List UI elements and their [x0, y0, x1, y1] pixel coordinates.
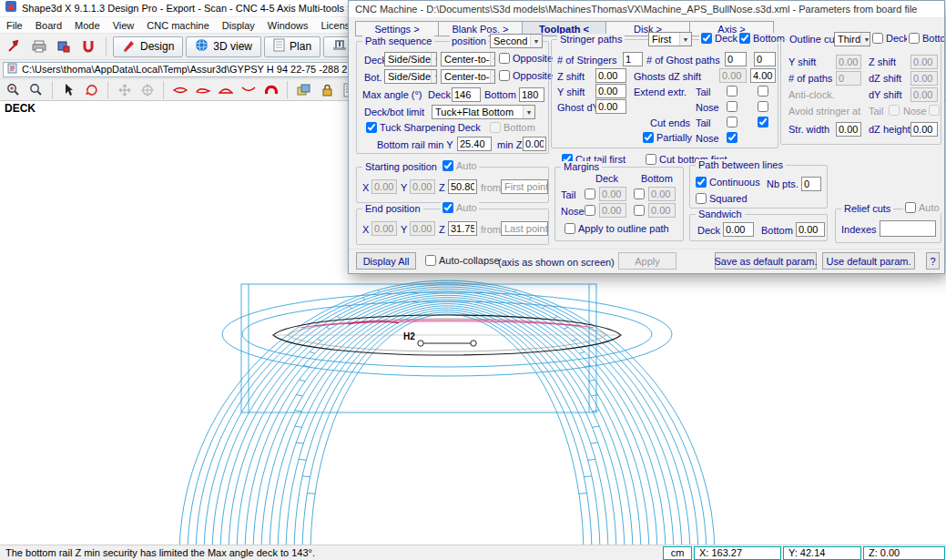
design-button[interactable]: Design	[113, 36, 183, 57]
ghosts-dz-shift-field-2[interactable]	[750, 68, 776, 83]
extend-nose-checkbox-1[interactable]	[727, 101, 737, 112]
outline-z-shift-field[interactable]	[910, 55, 938, 69]
partially-checkbox-input[interactable]	[643, 132, 654, 143]
printer-icon[interactable]	[28, 36, 50, 56]
outline-dy-shift-field[interactable]	[910, 87, 938, 102]
margin-nose-bottom-checkbox[interactable]	[634, 205, 645, 216]
cut-ends-nose-checkbox-1[interactable]	[727, 132, 737, 143]
max-angle-bottom-field[interactable]	[519, 87, 544, 102]
stringer-order-combo[interactable]: First▼	[648, 32, 692, 46]
menu-display[interactable]: Display	[216, 18, 261, 33]
stringer-deck-checkbox-input[interactable]	[701, 33, 712, 44]
squared-checkbox[interactable]: Squared	[696, 193, 748, 204]
relief-auto-checkbox[interactable]: Auto	[903, 202, 941, 213]
select-arrow-icon[interactable]	[58, 81, 79, 99]
deck-direction-combo[interactable]: Center-to-▼	[441, 52, 495, 66]
bottom-opposite-checkbox[interactable]: Opposite	[499, 70, 553, 81]
start-auto-checkbox[interactable]: Auto	[441, 160, 479, 171]
apply-to-outline-path-checkbox-input[interactable]	[565, 223, 575, 234]
start-z-field[interactable]	[448, 179, 477, 194]
outline-dz-shift-field[interactable]	[910, 71, 938, 86]
marker-point-right[interactable]	[471, 341, 476, 346]
ghost-dy-field[interactable]	[595, 99, 626, 114]
menu-cnc-machine[interactable]: CNC machine	[140, 18, 215, 33]
pan-icon[interactable]	[114, 81, 135, 99]
bottom-opposite-checkbox-input[interactable]	[499, 70, 510, 81]
dz-height-field[interactable]	[910, 122, 938, 137]
start-auto-checkbox-input[interactable]	[442, 160, 453, 171]
deck-sequence-combo[interactable]: Side/Side▼	[384, 52, 437, 66]
layers-icon[interactable]	[293, 81, 314, 99]
menu-board[interactable]: Board	[29, 18, 68, 33]
marker-point-left[interactable]	[418, 341, 423, 346]
auto-collapse-checkbox[interactable]: Auto-collapse	[425, 255, 500, 266]
sandwich-deck-field[interactable]	[723, 222, 754, 237]
save-default-param-button[interactable]: Save as default param.	[715, 252, 817, 270]
z-shift-field[interactable]	[595, 68, 626, 83]
start-from-combo[interactable]: First point▼	[501, 179, 548, 194]
tuck-sharpening-deck-checkbox[interactable]: Tuck Sharpening Deck	[366, 122, 481, 133]
tab-settings[interactable]: Settings >	[355, 21, 439, 36]
bottom-sequence-combo[interactable]: Side/Side▼	[384, 69, 437, 84]
str-width-field[interactable]	[836, 122, 861, 137]
outline-order-combo[interactable]: Third▼	[834, 32, 870, 46]
y-shift-field[interactable]	[595, 84, 626, 98]
relief-auto-checkbox-input[interactable]	[905, 202, 916, 213]
avoid-tail-checkbox[interactable]	[889, 105, 900, 116]
stringer-bottom-checkbox-input[interactable]	[739, 33, 750, 44]
cut-ends-tail-checkbox-1[interactable]	[727, 117, 737, 127]
avoid-nose-checkbox[interactable]	[929, 105, 940, 116]
auto-collapse-checkbox-input[interactable]	[425, 255, 436, 266]
squared-checkbox-input[interactable]	[696, 193, 707, 204]
end-x-field[interactable]	[371, 221, 397, 236]
lock-icon[interactable]	[316, 81, 337, 99]
display-all-button[interactable]: Display All	[356, 252, 416, 270]
apply-to-outline-path-checkbox[interactable]: Apply to outline path	[565, 223, 669, 234]
extend-tail-checkbox-1[interactable]	[727, 86, 737, 97]
bottom-rail-min-y-field[interactable]	[457, 137, 492, 151]
extend-nose-checkbox-2[interactable]	[758, 101, 768, 112]
outline-deck-checkbox-input[interactable]	[872, 33, 883, 44]
board-outline-icon[interactable]	[169, 81, 190, 99]
cut-ends-tail-checkbox-2[interactable]	[758, 117, 768, 127]
end-y-field[interactable]	[410, 221, 435, 236]
zoom-window-icon[interactable]	[25, 81, 46, 99]
tuck-sharpening-deck-checkbox-input[interactable]	[366, 122, 377, 133]
menu-view[interactable]: View	[107, 18, 141, 33]
margin-tail-bottom-field[interactable]	[648, 187, 676, 201]
extend-tail-checkbox-2[interactable]	[758, 86, 768, 97]
rotate-icon[interactable]	[81, 81, 102, 99]
zoom-in-icon[interactable]	[3, 81, 24, 99]
margin-tail-deck-checkbox[interactable]	[585, 188, 595, 199]
deck-opposite-checkbox-input[interactable]	[499, 53, 510, 64]
min-z-field[interactable]	[523, 137, 546, 151]
max-angle-deck-field[interactable]	[452, 87, 481, 102]
margin-tail-deck-field[interactable]	[599, 187, 626, 201]
ghost-paths-field-1[interactable]	[725, 52, 747, 66]
nb-pts-field[interactable]	[801, 177, 821, 191]
end-auto-checkbox-input[interactable]	[442, 202, 453, 213]
margin-nose-deck-field[interactable]	[599, 203, 626, 218]
apply-button[interactable]: Apply	[618, 252, 676, 270]
continuous-checkbox[interactable]: Continuous	[696, 177, 760, 188]
rail-angle-icon[interactable]	[260, 81, 281, 99]
margin-tail-bottom-checkbox[interactable]	[634, 188, 645, 199]
deck-opposite-checkbox[interactable]: Opposite	[499, 53, 553, 64]
end-from-combo[interactable]: Last point▼	[501, 221, 548, 236]
continuous-checkbox-input[interactable]	[696, 177, 707, 188]
outline-y-shift-field[interactable]	[836, 55, 861, 69]
deck-bot-limit-combo[interactable]: Tuck+Flat Bottom▼	[432, 105, 535, 119]
tuck-sharpening-bottom-checkbox[interactable]: Bottom	[490, 122, 535, 133]
end-auto-checkbox[interactable]: Auto	[441, 202, 479, 213]
dialog-help-button[interactable]: ?	[926, 252, 940, 270]
position-combo[interactable]: Second▼	[490, 34, 543, 48]
tuck-sharpening-bottom-checkbox-input[interactable]	[490, 122, 501, 133]
plan-button[interactable]: Plan	[264, 36, 320, 57]
indexes-field[interactable]	[880, 220, 936, 237]
board-rocker-icon[interactable]	[238, 81, 259, 99]
stringer-bottom-checkbox[interactable]: Bottom	[737, 33, 787, 44]
start-y-field[interactable]	[410, 179, 435, 194]
partially-checkbox[interactable]: Partially	[643, 132, 692, 143]
wrench-icon[interactable]	[4, 36, 25, 56]
outline-bottom-checkbox-input[interactable]	[909, 33, 920, 44]
